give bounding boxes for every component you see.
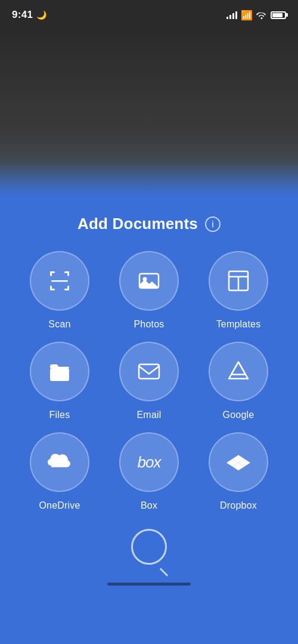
onedrive-icon [46,449,73,475]
google-drive-icon [225,358,252,385]
search-handle [160,568,169,577]
panel-header: Add Documents i [12,197,286,251]
search-circle [131,529,167,565]
photos-label: Photos [134,319,164,330]
dropbox-icon-circle [209,432,268,492]
files-label: Files [49,410,70,420]
box-icon-circle: box [119,432,179,492]
files-button[interactable]: Files [18,342,101,420]
box-button[interactable]: box Box [107,432,191,511]
icon-grid: Scan Photos Templates [12,251,286,511]
svg-rect-7 [67,286,69,290]
onedrive-button[interactable]: OneDrive [18,432,101,511]
photos-button[interactable]: Photos [107,251,191,330]
wifi-icon [256,11,267,19]
onedrive-label: OneDrive [39,500,80,511]
svg-rect-1 [50,271,52,276]
box-label: Box [141,500,157,511]
photos-icon [136,268,162,294]
email-label: Email [136,410,161,420]
dropbox-label: Dropbox [220,500,257,511]
search-indicator [131,529,167,565]
email-button[interactable]: Email [107,342,191,420]
svg-rect-3 [67,271,69,276]
photos-icon-circle [119,251,179,311]
svg-rect-8 [51,280,68,282]
status-icons: 📶 [226,10,286,21]
google-icon-circle [209,342,268,401]
status-bar: 9:41 🌙 📶 [0,0,298,30]
email-icon [136,358,162,385]
camera-preview [0,30,298,197]
svg-line-17 [231,362,238,374]
google-button[interactable]: Google [197,342,280,420]
main-panel: Add Documents i Scan [0,197,298,644]
signal-icon [226,11,237,19]
home-indicator [107,583,191,586]
templates-icon-circle [209,251,268,311]
svg-line-18 [238,362,246,374]
status-time: 9:41 [12,9,33,21]
box-text-icon: box [138,453,161,472]
bottom-area [12,529,286,586]
files-icon-circle [30,342,89,401]
svg-marker-16 [229,362,248,379]
files-icon [46,358,73,385]
templates-icon [225,268,252,294]
templates-label: Templates [216,319,261,330]
svg-rect-5 [50,286,52,290]
battery-icon [271,11,286,19]
info-button[interactable]: i [205,216,221,232]
google-label: Google [223,410,254,420]
page-title: Add Documents [77,215,198,233]
scan-button[interactable]: Scan [18,251,101,330]
scan-label: Scan [48,319,70,330]
dropbox-button[interactable]: Dropbox [197,432,280,511]
scan-icon-circle [30,251,89,311]
svg-rect-15 [139,364,159,379]
moon-icon: 🌙 [36,10,46,20]
email-icon-circle [119,342,179,401]
onedrive-icon-circle [30,432,89,492]
templates-button[interactable]: Templates [197,251,280,330]
svg-rect-14 [50,368,69,381]
wifi-icon: 📶 [241,10,253,21]
scan-icon [46,268,73,294]
dropbox-icon [225,449,252,475]
